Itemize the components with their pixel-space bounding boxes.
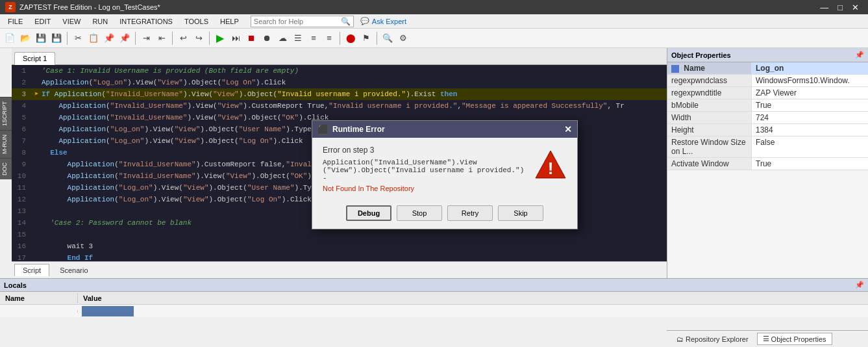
toolbar-separator-6 — [377, 32, 377, 45]
tb-indent[interactable]: ⇥ — [139, 31, 153, 45]
tb-redo[interactable]: ↪ — [192, 31, 206, 45]
tb-save[interactable]: 💾 — [34, 31, 48, 45]
maximize-button[interactable]: □ — [834, 3, 847, 12]
window-title: ZAPTEST Free Edition - Log on_TestCases* — [19, 3, 160, 11]
dialog-title-label: Runtime Error — [332, 125, 385, 134]
dialog-debug-button[interactable]: Debug — [346, 205, 391, 221]
object-properties-table: Name Log_on regexpwndclass WindowsForms1… — [667, 62, 868, 170]
menu-file[interactable]: FILE — [3, 16, 28, 27]
search-box[interactable]: 🔍 — [251, 16, 354, 27]
menu-tools[interactable]: TOOLS — [179, 16, 214, 27]
tb-stop[interactable]: ⏹ — [244, 31, 258, 45]
prop-row-restore: Restore Window Size on L... False — [667, 136, 868, 158]
dialog-step-text: Error on step 3 — [323, 146, 527, 155]
prop-val-regexpwndclass: WindowsForms10.Window. — [752, 75, 868, 86]
object-properties-panel: Object Properties 📌 Name Log_on regexpwn… — [667, 48, 868, 278]
search-icon: 🔍 — [341, 17, 351, 26]
panel-pin-icon[interactable]: 📌 — [855, 51, 864, 59]
tb-stop2[interactable]: ⬤ — [343, 31, 358, 45]
tb-save2[interactable]: 💾 — [49, 31, 64, 45]
code-line-1: 1 'Case 1: Invalid Username is provided … — [12, 65, 667, 77]
ask-expert-button[interactable]: 💬 Ask Expert — [355, 16, 412, 27]
tb-new[interactable]: 📄 — [3, 31, 17, 45]
tb-record[interactable]: ⏺ — [260, 31, 274, 45]
toolbar-separator-3 — [172, 32, 173, 45]
tab-script1[interactable]: Script 1 — [14, 52, 55, 65]
dialog-not-found-text: Not Found In The Repository — [323, 185, 527, 192]
menu-edit[interactable]: EDIT — [29, 16, 56, 27]
close-button[interactable]: ✕ — [848, 3, 863, 12]
tb-list[interactable]: ☰ — [291, 31, 305, 45]
repository-explorer-label: Repository Explorer — [686, 335, 749, 343]
tb-undo[interactable]: ↩ — [176, 31, 190, 45]
ask-expert-icon: 💬 — [360, 17, 369, 25]
dialog-retry-button[interactable]: Retry — [447, 205, 493, 221]
status-bar: 🗂 Repository Explorer ☰ Object Propertie… — [667, 330, 868, 347]
locals-col-name: Name — [0, 293, 78, 303]
title-bar: Z ZAPTEST Free Edition - Log on_TestCase… — [0, 0, 868, 14]
tb-step[interactable]: ⏭ — [229, 31, 243, 45]
tb-paste[interactable]: 📌 — [102, 31, 116, 45]
tb-paste2[interactable]: 📌 — [118, 31, 132, 45]
side-labels: 1SCRIPT M-RUN DOC — [0, 97, 12, 179]
dialog-buttons: Debug Stop Retry Skip — [312, 200, 577, 229]
side-label-mrun: M-RUN — [0, 130, 12, 158]
locals-header: Locals 📌 — [0, 279, 868, 292]
tb-run[interactable]: ▶ — [213, 31, 227, 45]
menu-help[interactable]: HELP — [215, 16, 244, 27]
object-properties-header: Object Properties 📌 — [667, 48, 868, 62]
tb-outdent[interactable]: ⇤ — [155, 31, 169, 45]
search-input[interactable] — [254, 18, 338, 25]
prop-row-activate: Activate Window True — [667, 158, 868, 170]
object-properties-status-button[interactable]: ☰ Object Properties — [757, 333, 832, 345]
prop-row-name: Name Log_on — [667, 62, 868, 75]
locals-panel: Locals 📌 Name Value — [0, 278, 868, 317]
props-icon: ☰ — [763, 335, 769, 343]
toolbar-separator-1 — [67, 32, 68, 45]
side-label-doc: DOC — [0, 158, 12, 179]
minimize-button[interactable]: — — [816, 3, 832, 12]
tb-copy[interactable]: 📋 — [86, 31, 101, 45]
tab-scenario[interactable]: Scenario — [52, 264, 95, 276]
bottom-tabs: Script Scenario — [12, 261, 667, 278]
prop-row-regexpwndtitle: regexpwndtitle ZAP Viewer — [667, 87, 868, 99]
prop-val-activate: True — [752, 158, 868, 170]
tb-list3[interactable]: ≡ — [322, 31, 336, 45]
tab-script[interactable]: Script — [14, 264, 49, 276]
tb-flag[interactable]: ⚑ — [359, 31, 373, 45]
menu-integrations[interactable]: INTEGRATIONS — [114, 16, 178, 27]
menu-view[interactable]: VIEW — [57, 16, 86, 27]
tb-settings[interactable]: ⚙ — [396, 31, 410, 45]
tb-list2[interactable]: ≡ — [306, 31, 321, 45]
toolbar-separator-2 — [135, 32, 136, 45]
prop-val-width: 724 — [752, 112, 868, 123]
toolbar-separator-4 — [209, 32, 210, 45]
dialog-close-button[interactable]: ✕ — [564, 124, 572, 135]
locals-pin-icon[interactable]: 📌 — [855, 281, 864, 289]
dialog-logo-icon: ⬛ — [317, 124, 329, 135]
prop-val-name: Log_on — [752, 62, 868, 74]
tb-cut[interactable]: ✂ — [71, 31, 85, 45]
dialog-content-row: Error on step 3 Application("Invalid_Use… — [323, 146, 567, 192]
prop-row-width: Width 724 — [667, 112, 868, 124]
prop-val-height: 1384 — [752, 124, 868, 136]
locals-name-cell — [0, 310, 78, 313]
repo-icon: 🗂 — [676, 335, 684, 343]
dialog-text-area: Error on step 3 Application("Invalid_Use… — [323, 146, 527, 192]
tb-search[interactable]: 🔍 — [380, 31, 395, 45]
dialog-title-bar: ⬛ Runtime Error ✕ — [312, 121, 577, 138]
dialog-stop-button[interactable]: Stop — [397, 205, 442, 221]
menu-run[interactable]: RUN — [87, 16, 113, 27]
dialog-skip-button[interactable]: Skip — [498, 205, 543, 221]
runtime-error-dialog: ⬛ Runtime Error ✕ Error on step 3 Applic… — [312, 120, 578, 229]
locals-columns: Name Value — [0, 292, 868, 305]
object-properties-title: Object Properties — [671, 51, 731, 59]
tb-cloud[interactable]: ☁ — [275, 31, 290, 45]
repository-explorer-button[interactable]: 🗂 Repository Explorer — [671, 333, 754, 345]
svg-text:!: ! — [548, 159, 554, 178]
side-label-1script: 1SCRIPT — [0, 97, 12, 130]
code-line-17: 17 End If — [12, 252, 667, 261]
tb-open[interactable]: 📂 — [18, 31, 32, 45]
prop-row-regexpwndclass: regexpwndclass WindowsForms10.Window. — [667, 75, 868, 87]
locals-col-value: Value — [78, 293, 107, 303]
